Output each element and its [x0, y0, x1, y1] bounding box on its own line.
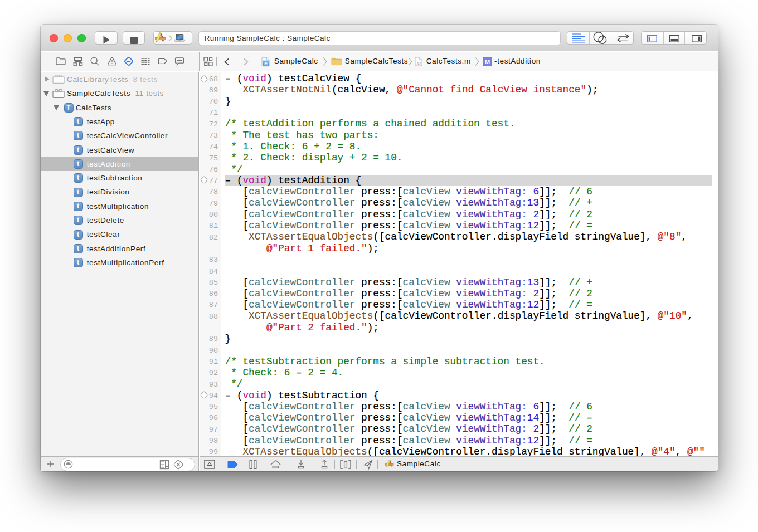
svg-text:M: M: [485, 58, 490, 65]
svg-text:m: m: [416, 60, 420, 66]
